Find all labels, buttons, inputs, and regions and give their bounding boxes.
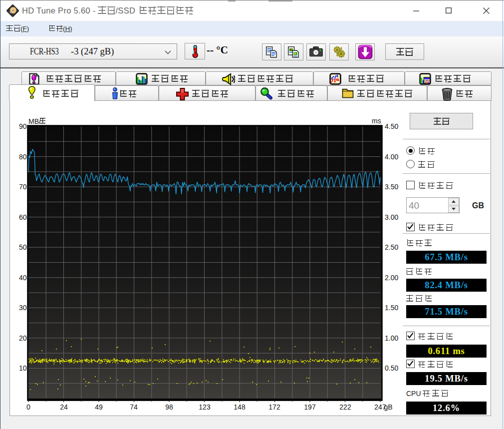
svg-text:4.50: 4.50: [385, 122, 398, 130]
svg-text:3.00: 3.00: [385, 213, 398, 221]
svg-text:ms: ms: [372, 117, 381, 125]
svg-text:49: 49: [95, 403, 103, 411]
svg-text:50: 50: [19, 243, 27, 251]
svg-text:1.00: 1.00: [385, 334, 398, 342]
svg-text:70: 70: [19, 183, 27, 191]
svg-text:4.00: 4.00: [385, 153, 398, 161]
svg-text:MB/: MB/: [28, 117, 41, 125]
svg-text:0: 0: [26, 403, 30, 411]
svg-text:3.50: 3.50: [385, 183, 398, 191]
svg-text:222: 222: [339, 403, 351, 411]
svg-text:40: 40: [19, 274, 27, 282]
svg-text:74: 74: [130, 403, 138, 411]
svg-text:197: 197: [304, 403, 316, 411]
svg-text:20: 20: [19, 334, 27, 342]
svg-text:1.50: 1.50: [385, 304, 398, 312]
svg-text:0.50: 0.50: [385, 364, 398, 372]
svg-text:10: 10: [19, 364, 27, 372]
svg-text:172: 172: [268, 403, 280, 411]
svg-text:98: 98: [165, 403, 173, 411]
svg-text:60: 60: [19, 213, 27, 221]
svg-text:90: 90: [19, 122, 27, 130]
svg-text:80: 80: [19, 153, 27, 161]
svg-text:2.50: 2.50: [385, 243, 398, 251]
svg-text:148: 148: [234, 403, 246, 411]
svg-text:gB: gB: [384, 403, 392, 411]
svg-text:30: 30: [19, 304, 27, 312]
svg-text:123: 123: [199, 403, 211, 411]
svg-text:2.00: 2.00: [385, 274, 398, 282]
svg-text:24: 24: [60, 403, 68, 411]
